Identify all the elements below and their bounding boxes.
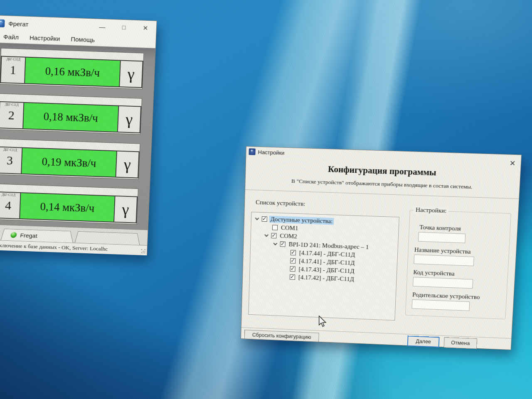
channel-value-cell: 0,19 мкЗв/ч: [22, 148, 117, 177]
chevron-down-icon[interactable]: [273, 241, 277, 245]
chevron-spacer: [283, 277, 290, 277]
menu-item-settings[interactable]: Настройки: [24, 33, 66, 44]
header-separator: [245, 189, 519, 199]
field-input[interactable]: [412, 299, 470, 311]
device-tag-label: ДБГ-С11Д: [0, 193, 19, 197]
channel-number-cell: ДБГ-С11Д3: [0, 147, 22, 174]
settings-fields: Точка контроляНазвание устройстваКод уст…: [406, 223, 510, 312]
checkbox[interactable]: [272, 225, 278, 230]
channel-panel: ДБГ-С11Д40,14 мкЗв/чγ: [0, 184, 138, 224]
chevron-down-icon[interactable]: [264, 233, 268, 237]
gamma-icon: γ: [120, 61, 142, 87]
channel-row: ДБГ-С11Д10,16 мкЗв/чγ: [0, 56, 143, 88]
tree-item-label[interactable]: COM1: [280, 224, 300, 232]
resize-grip-icon[interactable]: [140, 249, 145, 254]
channel-number-cell: ДБГ-С11Д1: [1, 57, 26, 83]
channel-number: 3: [0, 152, 22, 169]
channel-value-cell: 0,14 мкЗв/ч: [20, 193, 115, 222]
fregat-app-icon: [0, 19, 5, 27]
fregat-window: Фрегат — □ ✕ Файл Настройки Помощь ДБГ-С…: [0, 15, 157, 255]
menu-item-file[interactable]: Файл: [0, 32, 24, 42]
checkbox[interactable]: [290, 266, 295, 272]
status-text: Подключение к базе данных - OK, Server: …: [0, 242, 108, 252]
close-icon: ✕: [509, 159, 516, 168]
settings-group-legend: Настройки:: [414, 206, 449, 215]
next-button[interactable]: Далее: [407, 335, 440, 347]
mouse-cursor-icon: [318, 316, 328, 327]
close-button[interactable]: ✕: [134, 20, 156, 36]
checkbox[interactable]: [290, 258, 296, 263]
status-orb-icon: [10, 232, 17, 238]
channel-row: ДБГ-С11Д20,18 мкЗв/чγ: [0, 101, 141, 133]
gamma-icon: γ: [116, 152, 138, 178]
settings-field: Точка контроля: [409, 223, 510, 245]
checkbox[interactable]: [290, 274, 295, 279]
menu-item-help[interactable]: Помощь: [65, 34, 101, 45]
channel-number: 1: [1, 61, 25, 79]
channel-row: ДБГ-С11Д30,19 мкЗв/чγ: [0, 147, 140, 179]
maximize-icon: □: [122, 24, 126, 31]
channel-number: 2: [0, 106, 23, 125]
checkbox[interactable]: [280, 241, 286, 247]
dialog-close-button[interactable]: ✕: [509, 160, 516, 167]
settings-field: Родительское устройство: [406, 291, 507, 313]
dialog-title: Настройки: [258, 149, 284, 156]
channel-value-cell: 0,18 мкЗв/ч: [23, 103, 119, 132]
close-icon: ✕: [143, 24, 148, 32]
channel-row: ДБГ-С11Д40,14 мкЗв/чγ: [0, 191, 138, 223]
settings-field: Код устройства: [407, 269, 508, 290]
device-tag-label: ДБГ-С11Д: [1, 103, 22, 107]
fregat-client-area: ДБГ-С11Д10,16 мкЗв/чγДБГ-С11Д20,18 мкЗв/…: [0, 43, 155, 230]
minimize-button[interactable]: —: [91, 19, 113, 34]
dialog-app-icon: [249, 148, 255, 155]
channel-number-cell: ДБГ-С11Д4: [0, 192, 21, 218]
chevron-spacer: [283, 268, 290, 269]
chevron-spacer: [265, 227, 272, 228]
gamma-icon: γ: [118, 106, 140, 132]
channel-panel: ДБГ-С11Д30,19 мкЗв/чγ: [0, 139, 140, 180]
chevron-spacer: [283, 252, 291, 252]
settings-field: Название устройства: [408, 246, 509, 267]
settings-group: Настройки: Точка контроляНазвание устрой…: [405, 210, 511, 319]
chevron-spacer: [283, 260, 290, 261]
device-tree: Доступные устройства:COM1COM2BPI-1D 241:…: [248, 212, 399, 321]
chevron-down-icon[interactable]: [255, 216, 259, 220]
gamma-icon: γ: [114, 196, 137, 223]
channel-panel: ДБГ-С11Д20,18 мкЗв/чγ: [0, 93, 142, 135]
fregat-window-title: Фрегат: [8, 20, 29, 28]
checkbox[interactable]: [271, 233, 276, 238]
channel-number-cell: ДБГ-С11Д2: [0, 102, 24, 128]
field-input[interactable]: [414, 255, 474, 266]
fregat-tab-label: Fregat: [20, 232, 37, 239]
settings-dialog: Настройки ✕ Конфигурация программы В "Сп…: [241, 146, 522, 350]
checkbox[interactable]: [262, 216, 267, 221]
channel-value-cell: 0,16 мкЗв/ч: [25, 58, 121, 87]
minimize-icon: —: [99, 23, 106, 30]
checkbox[interactable]: [291, 250, 296, 255]
maximize-button[interactable]: □: [113, 20, 135, 35]
tree-item-label[interactable]: COM2: [278, 232, 298, 240]
field-input[interactable]: [418, 232, 466, 243]
device-tag-label: ДБГ-С11Д: [0, 148, 21, 152]
channel-panel: ДБГ-С11Д10,16 мкЗв/чγ: [0, 48, 144, 89]
tree-item-label[interactable]: [4.17.42] - ДБГ-С11Д: [297, 274, 356, 283]
field-input[interactable]: [413, 277, 473, 289]
device-list-label: Список устройств:: [256, 199, 305, 208]
device-tag-label: ДБГ-С11Д: [2, 57, 24, 61]
cancel-button[interactable]: Отмена: [444, 337, 478, 349]
window-controls: — □ ✕: [91, 19, 156, 36]
channel-number: 4: [0, 196, 20, 214]
